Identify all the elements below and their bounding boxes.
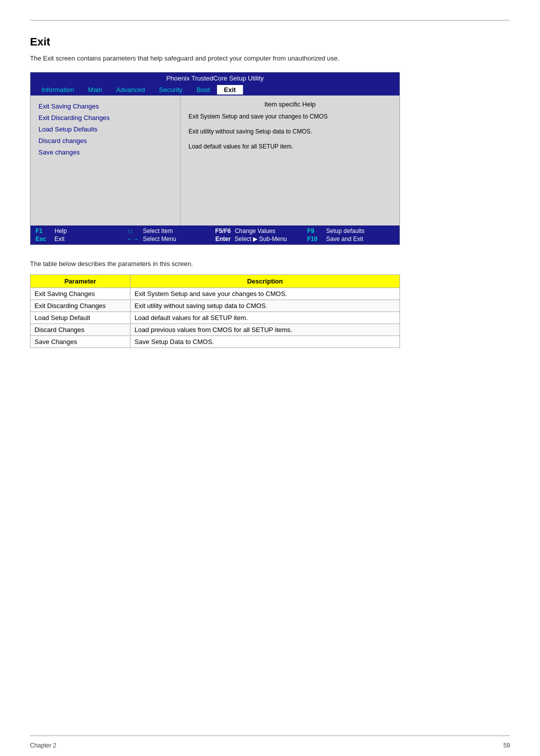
nav-exit[interactable]: Exit [217,85,243,94]
bios-right-panel: Item specific Help Exit System Setup and… [180,96,400,226]
page-title: Exit [30,36,510,48]
bios-nav: Information Main Advanced Security Boot … [30,84,400,96]
bios-footer-row-1: F1 Help ↑↓ Select Item F5/F6 Change Valu… [36,228,394,234]
menu-save-changes[interactable]: Save changes [38,146,172,158]
key-f1: F1 [36,228,50,234]
section-description: The table below describes the parameters… [30,260,510,268]
key-arrows-label: Select Menu [143,236,212,242]
desc-cell: Load previous values from CMOS for all S… [130,324,400,336]
key-esc-label: Exit [54,236,123,242]
menu-exit-discarding[interactable]: Exit Discarding Changes [38,112,172,124]
col-header-description: Description [130,275,400,288]
nav-advanced[interactable]: Advanced [109,85,152,94]
desc-cell: Save Setup Data to CMOS. [130,336,400,348]
parameter-table: Parameter Description Exit Saving Change… [30,274,400,348]
param-cell: Discard Changes [30,324,130,336]
desc-cell: Exit System Setup and save your changes … [130,288,400,300]
table-row: Save Changes Save Setup Data to CMOS. [30,336,400,348]
bios-footer-row-2: Esc Exit ←→ Select Menu Enter Select ▶ S… [36,236,394,242]
menu-load-defaults[interactable]: Load Setup Defaults [38,124,172,135]
param-cell: Exit Saving Changes [30,288,130,300]
page-number: 59 [504,742,510,749]
top-rule [30,20,510,20]
bios-footer: F1 Help ↑↓ Select Item F5/F6 Change Valu… [30,226,400,244]
nav-main[interactable]: Main [81,85,109,94]
bios-ui-box: Phoenix TrustedCore Setup Utility Inform… [30,72,400,245]
key-updown: ↑↓ [127,228,139,234]
bios-title-bar: Phoenix TrustedCore Setup Utility [30,72,400,84]
param-cell: Save Changes [30,336,130,348]
menu-discard-changes[interactable]: Discard changes [38,135,172,146]
bios-left-panel: Exit Saving Changes Exit Discarding Chan… [30,96,180,226]
col-header-parameter: Parameter [30,275,130,288]
key-enter-label: Select ▶ Sub-Menu [234,236,303,242]
nav-security[interactable]: Security [152,85,190,94]
key-f10-label: Save and Exit [326,236,394,242]
key-updown-label: Select Item [143,228,212,234]
key-f10: F10 [307,236,322,242]
bios-content: Exit Saving Changes Exit Discarding Chan… [30,96,400,226]
key-f1-label: Help [54,228,123,234]
nav-information[interactable]: Information [34,85,81,94]
menu-exit-saving[interactable]: Exit Saving Changes [38,100,172,112]
key-enter: Enter [216,236,231,242]
nav-boot[interactable]: Boot [190,85,217,94]
key-arrows: ←→ [127,236,139,242]
bottom-bar: Chapter 2 59 [30,742,510,749]
table-row: Exit Saving Changes Exit System Setup an… [30,288,400,300]
help-text-1: Exit System Setup and save your changes … [188,112,392,121]
help-text-2: Exit utility without saving Setup data t… [188,127,392,136]
table-row: Discard Changes Load previous values fro… [30,324,400,336]
desc-cell: Exit utility without saving setup data t… [130,300,400,312]
bottom-rule [30,736,510,736]
param-cell: Load Setup Default [30,312,130,324]
desc-cell: Load default values for all SETUP item. [130,312,400,324]
intro-text: The Exit screen contains parameters that… [30,54,510,62]
chapter-label: Chapter 2 [30,742,56,749]
param-cell: Exit Discarding Changes [30,300,130,312]
key-esc: Esc [36,236,50,242]
key-f5f6-label: Change Values [235,228,304,234]
key-f9-label: Setup defaults [326,228,394,234]
help-title: Item specific Help [188,100,392,108]
table-row: Exit Discarding Changes Exit utility wit… [30,300,400,312]
key-f5f6: F5/F6 [215,228,230,234]
help-text-3: Load default values for all SETUP item. [188,142,392,151]
key-f9: F9 [307,228,322,234]
page: Exit The Exit screen contains parameters… [0,0,540,756]
table-row: Load Setup Default Load default values f… [30,312,400,324]
